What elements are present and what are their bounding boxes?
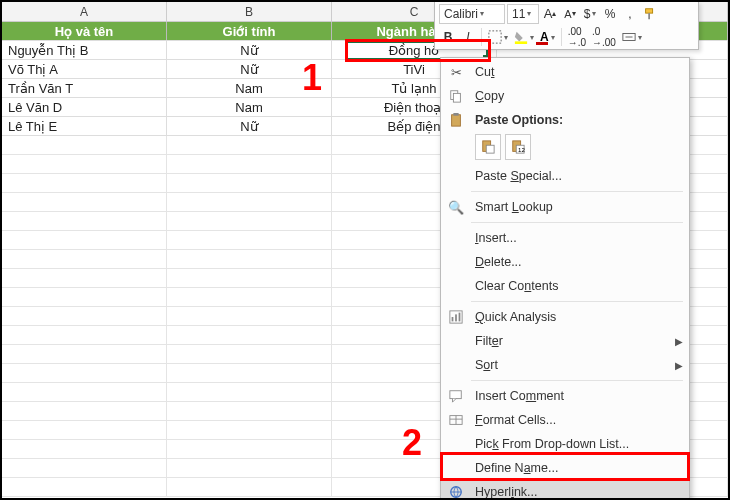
percent-format-icon[interactable]: % xyxy=(601,4,619,24)
ctx-insert[interactable]: Insert... xyxy=(441,226,689,250)
cell-gender[interactable]: Nam xyxy=(167,79,332,97)
search-icon: 🔍 xyxy=(445,196,467,218)
ctx-filter[interactable]: Filter ▶ xyxy=(441,329,689,353)
format-cells-icon xyxy=(445,409,467,431)
cell-gender[interactable]: Nam xyxy=(167,98,332,116)
ctx-clear-contents[interactable]: Clear Contents xyxy=(441,274,689,298)
svg-rect-7 xyxy=(452,115,461,126)
scissors-icon: ✂ xyxy=(445,61,467,83)
comma-format-icon[interactable]: , xyxy=(621,4,639,24)
bold-button[interactable]: B xyxy=(439,27,457,47)
hyperlink-icon xyxy=(445,481,467,500)
italic-button[interactable]: I xyxy=(459,27,477,47)
ctx-insert-comment[interactable]: Insert Comment xyxy=(441,384,689,408)
font-size-dropdown[interactable]: 11▾ xyxy=(507,4,539,24)
font-name-dropdown[interactable]: Calibri▾ xyxy=(439,4,505,24)
accounting-format-icon[interactable]: $▾ xyxy=(581,4,599,24)
svg-rect-1 xyxy=(648,13,650,19)
ctx-define-name[interactable]: Define Name... xyxy=(441,456,689,480)
header-cell-gender[interactable]: Giới tính xyxy=(167,22,332,40)
cell-name[interactable]: Nguyễn Thị B xyxy=(2,41,167,59)
cell-gender[interactable]: Nữ xyxy=(167,60,332,78)
decrease-decimal-icon[interactable]: .00→.0 xyxy=(566,27,588,47)
mini-toolbar: Calibri▾ 11▾ A▴ A▾ $▾ % , B I ▾ ▾ A▾ .00… xyxy=(434,2,699,50)
fill-color-dropdown[interactable]: ▾ xyxy=(512,27,536,47)
font-size-value: 11 xyxy=(512,7,525,21)
svg-rect-0 xyxy=(646,9,653,13)
ctx-paste-special[interactable]: Paste Special... xyxy=(441,164,689,188)
comment-icon xyxy=(445,385,467,407)
col-header-a[interactable]: A xyxy=(2,2,167,21)
ctx-hyperlink[interactable]: Hyperlink... xyxy=(441,480,689,500)
ctx-paste[interactable]: Paste Options: xyxy=(441,108,689,132)
paste-option-default[interactable] xyxy=(475,134,501,160)
svg-text:123: 123 xyxy=(518,146,525,153)
cell-name[interactable]: Võ Thị A xyxy=(2,60,167,78)
paste-options-row: 123 xyxy=(441,132,689,164)
increase-decimal-icon[interactable]: .0→.00 xyxy=(590,27,618,47)
svg-rect-8 xyxy=(453,113,458,116)
clipboard-icon xyxy=(445,109,467,131)
svg-rect-15 xyxy=(452,317,454,321)
svg-rect-17 xyxy=(459,313,461,322)
ctx-cut[interactable]: ✂ Cut xyxy=(441,60,689,84)
svg-rect-10 xyxy=(486,145,494,153)
col-header-b[interactable]: B xyxy=(167,2,332,21)
svg-rect-3 xyxy=(515,42,527,45)
cell-name[interactable]: Trần Văn T xyxy=(2,79,167,97)
cell-gender[interactable]: Nữ xyxy=(167,117,332,135)
svg-rect-2 xyxy=(489,31,501,43)
ctx-sort[interactable]: Sort ▶ xyxy=(441,353,689,377)
cell-name[interactable]: Lê Văn D xyxy=(2,98,167,116)
increase-font-icon[interactable]: A▴ xyxy=(541,4,559,24)
font-color-dropdown[interactable]: A▾ xyxy=(538,27,557,47)
header-cell-name[interactable]: Họ và tên xyxy=(2,22,167,40)
ctx-pick-dropdown[interactable]: Pick From Drop-down List... xyxy=(441,432,689,456)
cell-gender[interactable]: Nữ xyxy=(167,41,332,59)
ctx-format-cells[interactable]: Format Cells... xyxy=(441,408,689,432)
svg-rect-6 xyxy=(453,93,460,102)
merge-center-icon[interactable]: ▾ xyxy=(620,27,644,47)
svg-rect-18 xyxy=(450,391,461,399)
submenu-arrow-icon: ▶ xyxy=(675,336,683,347)
ctx-cut-label: Cut xyxy=(475,65,494,79)
context-menu: ✂ Cut Copy Paste Options: 123 Paste Spec… xyxy=(440,57,690,500)
quick-analysis-icon xyxy=(445,306,467,328)
ctx-smart-lookup[interactable]: 🔍 Smart Lookup xyxy=(441,195,689,219)
copy-icon xyxy=(445,85,467,107)
ctx-paste-header-label: Paste Options: xyxy=(475,113,683,127)
decrease-font-icon[interactable]: A▾ xyxy=(561,4,579,24)
ctx-copy[interactable]: Copy xyxy=(441,84,689,108)
submenu-arrow-icon: ▶ xyxy=(675,360,683,371)
font-name-value: Calibri xyxy=(444,7,478,21)
paste-option-values[interactable]: 123 xyxy=(505,134,531,160)
borders-dropdown[interactable]: ▾ xyxy=(486,27,510,47)
ctx-quick-analysis[interactable]: Quick Analysis xyxy=(441,305,689,329)
format-painter-icon[interactable] xyxy=(641,4,659,24)
ctx-delete[interactable]: Delete... xyxy=(441,250,689,274)
cell-name[interactable]: Lê Thị E xyxy=(2,117,167,135)
svg-rect-16 xyxy=(455,314,457,321)
